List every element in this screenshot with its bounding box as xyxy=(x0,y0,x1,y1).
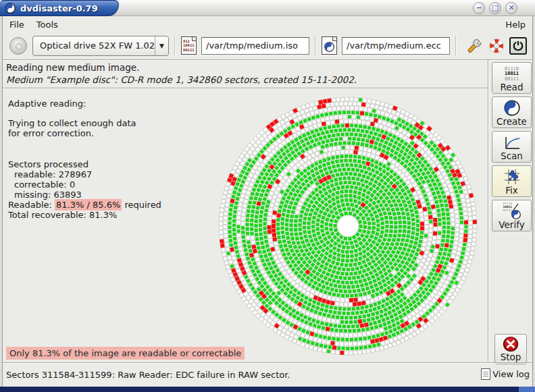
wrench-icon xyxy=(465,37,482,55)
readable-pct-label: Readable: xyxy=(8,200,52,210)
scan-curve-icon xyxy=(503,136,521,150)
verify-icon: 01110 10011 00111 xyxy=(503,202,521,219)
menu-file[interactable]: File xyxy=(3,18,30,31)
yin-yang-icon xyxy=(511,210,521,219)
verify-button-label: Verify xyxy=(499,219,524,230)
fix-button-label: Fix xyxy=(505,185,518,196)
readable-label: readable: xyxy=(14,169,55,179)
toolbar-separator-line xyxy=(3,59,532,61)
window-border-bottom xyxy=(0,387,535,392)
missing-label: missing: xyxy=(14,190,51,200)
ecc-file-input[interactable]: /var/tmp/medium.ecc xyxy=(342,37,450,55)
window-border-right xyxy=(532,16,535,387)
dvdisaster-window: dvdisaster-0.79 − □ ✕ File Tools Help Op… xyxy=(0,0,535,392)
ecc-file-icon xyxy=(322,36,337,55)
scan-button-label: Scan xyxy=(501,150,523,161)
toolbar-separator xyxy=(315,36,316,56)
title-tab: dvdisaster-0.79 xyxy=(0,0,119,16)
sector-spiral-visualization xyxy=(215,92,482,360)
statusbar-separator-line xyxy=(3,362,532,364)
correctable-value: 0 xyxy=(70,179,75,190)
fix-button[interactable]: Fix xyxy=(492,165,532,197)
toolbar-separator xyxy=(174,36,176,56)
stop-button-label: Stop xyxy=(501,352,521,362)
readable-count: readable: 278967 xyxy=(8,169,211,179)
total-recoverable-line: Total recoverable: 81.3% xyxy=(8,210,211,220)
resize-corner[interactable] xyxy=(519,387,535,392)
toolbar-separator xyxy=(455,36,457,56)
reading-info-panel: Adaptive reading: Trying to collect enou… xyxy=(8,99,211,220)
quit-button[interactable] xyxy=(509,37,527,55)
readability-warning: Only 81.3% of the image are readable or … xyxy=(6,347,245,360)
image-file-input[interactable]: /var/tmp/medium.iso xyxy=(201,37,309,55)
page-fold xyxy=(332,36,337,41)
read-button[interactable]: 01110 10011 00111 Read xyxy=(492,62,532,94)
title-bar[interactable]: dvdisaster-0.79 − □ ✕ xyxy=(0,0,535,16)
dvdisaster-logo-icon xyxy=(5,3,16,13)
menu-tools[interactable]: Tools xyxy=(30,18,64,31)
sidebar-separator-line xyxy=(488,60,489,362)
menu-bar: File Tools Help xyxy=(3,17,532,32)
view-log-label: View log xyxy=(492,369,530,379)
sectors-title: Sectors processed xyxy=(8,159,211,169)
readable-percentage-line: Readable: 81.3% / 85.6% required xyxy=(8,200,211,210)
log-list-icon xyxy=(481,368,490,380)
description-line: Trying to collect enough data xyxy=(8,118,211,128)
view-log-button[interactable]: View log xyxy=(481,368,530,380)
read-button-label: Read xyxy=(501,82,524,92)
drive-selector-value: Optical drive 52X FW 1.02 xyxy=(33,40,155,51)
create-button[interactable]: Create xyxy=(492,96,532,128)
statusbar-message: Sectors 311584-311599: Raw Reader: EDC f… xyxy=(6,370,290,380)
menu-help[interactable]: Help xyxy=(499,18,532,31)
correctable-label: correctable: xyxy=(14,179,67,190)
window-title: dvdisaster-0.79 xyxy=(20,3,98,13)
readable-pct-suffix: required xyxy=(124,200,161,210)
readable-pct-highlight: 81.3% / 85.6% xyxy=(55,199,122,211)
drive-disc-icon[interactable] xyxy=(9,37,27,55)
missing-count: missing: 63893 xyxy=(8,190,211,200)
close-button[interactable]: ✕ xyxy=(505,2,517,14)
iso-bits-row: 00111 xyxy=(182,48,196,53)
stop-button[interactable]: Stop xyxy=(494,334,527,364)
yin-yang-icon xyxy=(324,42,334,52)
maximize-button[interactable]: □ xyxy=(489,2,501,14)
chevron-down-icon[interactable]: ▼ xyxy=(155,36,168,55)
read-icon: 01110 10011 00111 xyxy=(505,67,519,82)
correctable-count: correctable: 0 xyxy=(8,179,211,190)
readable-value: 278967 xyxy=(59,169,93,179)
puzzle-piece-icon xyxy=(503,169,521,185)
lifebuoy-icon xyxy=(488,37,505,55)
description-line: for error correction. xyxy=(8,128,211,138)
medium-info: Medium "Example disc": CD-R mode 1, 3428… xyxy=(6,74,357,85)
status-heading: Reading new medium image. xyxy=(6,62,139,73)
scan-button[interactable]: Scan xyxy=(492,131,532,163)
drive-selector[interactable]: Optical drive 52X FW 1.02 ▼ xyxy=(32,36,169,56)
yin-yang-icon xyxy=(504,100,520,116)
missing-value: 63893 xyxy=(53,190,81,200)
power-icon xyxy=(513,40,524,51)
page-fold xyxy=(192,36,197,41)
help-button[interactable] xyxy=(486,35,507,57)
create-button-label: Create xyxy=(496,116,527,127)
window-border-left xyxy=(0,16,3,387)
minimize-button[interactable]: − xyxy=(473,2,485,14)
header-separator-line xyxy=(3,88,488,89)
toolbar: Optical drive 52X FW 1.02 ▼ 011 10011 00… xyxy=(3,32,532,59)
verify-button[interactable]: 01110 10011 00111 Verify xyxy=(492,200,532,231)
iso-file-icon: 011 10011 00111 xyxy=(181,36,197,55)
preferences-button[interactable] xyxy=(463,35,484,57)
stop-icon xyxy=(503,336,519,352)
mode-label: Adaptive reading: xyxy=(8,99,211,109)
